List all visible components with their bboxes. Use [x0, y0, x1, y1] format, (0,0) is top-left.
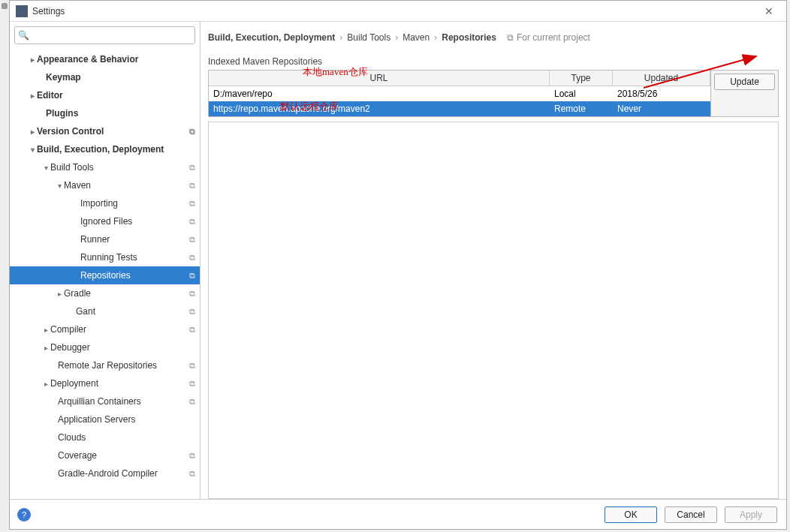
sidebar-item-label: Importing — [80, 198, 189, 209]
settings-dialog: Settings ✕ 🔍 ▸Appearance & BehaviorKeyma… — [9, 0, 787, 530]
breadcrumb: Build, Execution, Deployment › Build Too… — [208, 29, 779, 46]
chevron-down-icon: ▾ — [55, 182, 64, 190]
sidebar-item-label: Editor — [37, 90, 195, 101]
breadcrumb-item[interactable]: Repositories — [442, 32, 496, 43]
cancel-button[interactable]: Cancel — [665, 506, 717, 523]
copy-icon: ⧉ — [189, 289, 195, 299]
ok-button[interactable]: OK — [605, 506, 657, 523]
chevron-down-icon: ▾ — [28, 146, 37, 154]
app-icon — [16, 5, 28, 17]
sidebar-item[interactable]: Gradle-Android Compiler⧉ — [10, 464, 200, 482]
chevron-right-icon: ▸ — [41, 380, 50, 388]
sidebar-item-label: Build, Execution, Deployment — [37, 144, 195, 155]
editor-gutter — [0, 0, 9, 532]
copy-icon: ⧉ — [189, 127, 195, 137]
search-input[interactable] — [32, 30, 191, 41]
search-box[interactable]: 🔍 — [14, 26, 195, 44]
sidebar-item[interactable]: ▾Build Tools⧉ — [10, 158, 200, 176]
section-label: Indexed Maven Repositories — [208, 56, 779, 67]
chevron-right-icon: › — [339, 32, 342, 43]
sidebar-item[interactable]: Coverage⧉ — [10, 446, 200, 464]
sidebar-item[interactable]: Plugins — [10, 104, 200, 122]
sidebar-item-label: Keymap — [46, 72, 195, 83]
sidebar-item-label: Runner — [80, 234, 189, 245]
copy-icon: ⧉ — [507, 32, 514, 43]
settings-tree[interactable]: ▸Appearance & BehaviorKeymap▸EditorPlugi… — [10, 49, 200, 499]
sidebar-item[interactable]: ▾Build, Execution, Deployment — [10, 140, 200, 158]
chevron-right-icon: ▸ — [28, 56, 37, 64]
sidebar-item-label: Gant — [76, 306, 189, 317]
copy-icon: ⧉ — [189, 379, 195, 389]
sidebar-item-label: Deployment — [50, 378, 189, 389]
cell-updated: 2018/5/26 — [613, 86, 710, 101]
copy-icon: ⧉ — [189, 469, 195, 479]
sidebar-item[interactable]: Ignored Files⧉ — [10, 212, 200, 230]
sidebar-item[interactable]: ▸Deployment⧉ — [10, 374, 200, 392]
breadcrumb-item[interactable]: Build Tools — [347, 32, 390, 43]
for-project-label: ⧉ For current project — [507, 32, 590, 43]
detail-panel — [208, 122, 779, 499]
cell-type: Local — [550, 86, 613, 101]
sidebar-item[interactable]: Arquillian Containers⧉ — [10, 392, 200, 410]
sidebar-item[interactable]: Clouds — [10, 428, 200, 446]
chevron-right-icon: ▸ — [55, 290, 64, 298]
chevron-right-icon: › — [395, 32, 398, 43]
col-updated[interactable]: Updated — [613, 71, 710, 86]
sidebar-item-label: Build Tools — [50, 162, 189, 173]
sidebar-item[interactable]: Remote Jar Repositories⧉ — [10, 356, 200, 374]
help-icon[interactable]: ? — [17, 508, 31, 521]
sidebar-item[interactable]: ▸Appearance & Behavior — [10, 50, 200, 68]
sidebar-item-label: Remote Jar Repositories — [58, 360, 189, 371]
chevron-down-icon: ▾ — [41, 164, 50, 172]
window-title: Settings — [32, 6, 758, 17]
sidebar-item[interactable]: Running Tests⧉ — [10, 248, 200, 266]
col-type[interactable]: Type — [550, 71, 613, 86]
gutter-icon — [2, 3, 8, 9]
sidebar-item[interactable]: ▸Gradle⧉ — [10, 284, 200, 302]
copy-icon: ⧉ — [189, 163, 195, 173]
close-icon[interactable]: ✕ — [758, 5, 780, 17]
col-url[interactable]: URL — [209, 71, 550, 86]
sidebar-item[interactable]: ▸Version Control⧉ — [10, 122, 200, 140]
chevron-right-icon: ▸ — [28, 92, 37, 100]
sidebar-item[interactable]: Importing⧉ — [10, 194, 200, 212]
settings-sidebar: 🔍 ▸Appearance & BehaviorKeymap▸EditorPlu… — [10, 22, 201, 499]
copy-icon: ⧉ — [189, 307, 195, 317]
table-row[interactable]: D:/maven/repoLocal2018/5/26 — [209, 86, 710, 101]
cell-type: Remote — [550, 101, 613, 116]
sidebar-item[interactable]: Gant⧉ — [10, 302, 200, 320]
copy-icon: ⧉ — [189, 451, 195, 461]
sidebar-item[interactable]: ▸Debugger — [10, 338, 200, 356]
sidebar-item-label: Gradle-Android Compiler — [58, 468, 189, 479]
table-actions: Update — [710, 71, 778, 116]
copy-icon: ⧉ — [189, 217, 195, 227]
apply-button[interactable]: Apply — [725, 506, 777, 523]
table-header: URL Type Updated — [209, 71, 710, 86]
content-panel: Build, Execution, Deployment › Build Too… — [201, 22, 786, 499]
sidebar-item-label: Clouds — [58, 432, 195, 443]
sidebar-item[interactable]: Keymap — [10, 68, 200, 86]
cell-url: D:/maven/repo — [209, 86, 550, 101]
sidebar-item-label: Application Servers — [58, 414, 195, 425]
copy-icon: ⧉ — [189, 235, 195, 245]
copy-icon: ⧉ — [189, 253, 195, 263]
sidebar-item[interactable]: ▸Compiler⧉ — [10, 320, 200, 338]
sidebar-item-label: Plugins — [46, 108, 195, 119]
dialog-footer: ? OK Cancel Apply — [10, 499, 786, 529]
breadcrumb-item[interactable]: Build, Execution, Deployment — [208, 32, 335, 43]
update-button[interactable]: Update — [714, 74, 775, 90]
copy-icon: ⧉ — [189, 361, 195, 371]
sidebar-item[interactable]: Application Servers — [10, 410, 200, 428]
copy-icon: ⧉ — [189, 397, 195, 407]
copy-icon: ⧉ — [189, 271, 195, 281]
sidebar-item[interactable]: Repositories⧉ — [10, 266, 200, 284]
sidebar-item-label: Maven — [64, 180, 189, 191]
breadcrumb-item[interactable]: Maven — [403, 32, 430, 43]
sidebar-item-label: Appearance & Behavior — [37, 54, 195, 65]
sidebar-item[interactable]: Runner⧉ — [10, 230, 200, 248]
copy-icon: ⧉ — [189, 325, 195, 335]
sidebar-item[interactable]: ▸Editor — [10, 86, 200, 104]
cell-url: https://repo.maven.apache.org/maven2 — [209, 101, 550, 116]
sidebar-item[interactable]: ▾Maven⧉ — [10, 176, 200, 194]
table-row[interactable]: https://repo.maven.apache.org/maven2Remo… — [209, 101, 710, 116]
